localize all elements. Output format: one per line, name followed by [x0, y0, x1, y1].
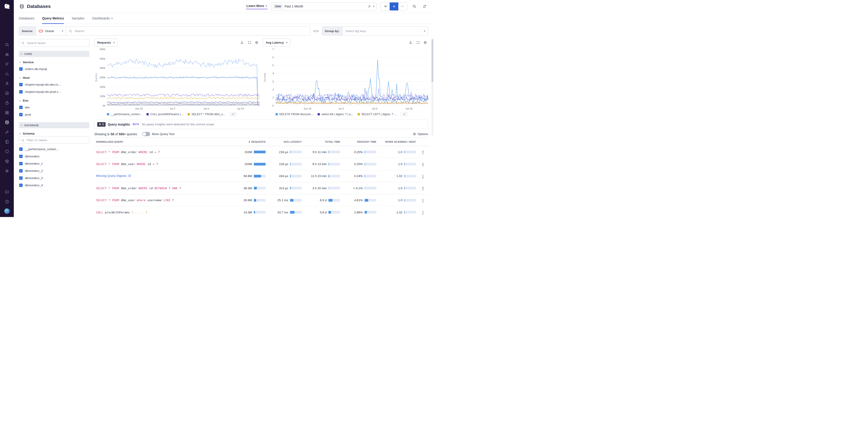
- facet-item[interactable]: ✓__performance_schem…: [19, 145, 89, 153]
- tab-databases[interactable]: Databases: [19, 13, 34, 24]
- logs-icon[interactable]: [4, 61, 10, 67]
- row-menu-button[interactable]: [422, 186, 424, 191]
- checkbox[interactable]: ✓: [19, 106, 23, 109]
- integrations-icon[interactable]: [4, 129, 10, 135]
- time-forward-button[interactable]: [398, 2, 407, 10]
- facet-env[interactable]: Env: [19, 99, 89, 102]
- facet-item[interactable]: ✓dbmorders_4: [19, 181, 89, 189]
- facet-search-input[interactable]: [27, 41, 87, 45]
- column-header-normalized-query[interactable]: NORMALIZED QUERY: [94, 138, 230, 146]
- zoom-out-button[interactable]: [411, 3, 418, 10]
- legend-item[interactable]: SELECT LEFT ( digest, ? …: [358, 113, 397, 116]
- fullscreen-icon[interactable]: [248, 41, 251, 44]
- chart-plot[interactable]: [276, 49, 428, 106]
- checkbox[interactable]: ✓: [19, 162, 23, 165]
- query-searchbox[interactable]: [66, 27, 310, 35]
- query-digest-link[interactable]: Missing Query Digests: [96, 174, 127, 177]
- column-header-rows-scanned-sent[interactable]: ROWS SCANNED / SENT: [378, 138, 418, 146]
- column-header-avg-latency[interactable]: AVG LATENCY: [268, 138, 304, 146]
- row-menu-button[interactable]: [422, 174, 424, 179]
- vertical-scrollbar[interactable]: [432, 38, 433, 135]
- facet-item[interactable]: ✓shopist-mysql-rds-prod.c…: [19, 88, 89, 95]
- options-button[interactable]: ⚙ Options: [413, 132, 428, 136]
- code-view-toggle[interactable]: </>: [313, 29, 319, 33]
- legend-item[interactable]: DELETE FROM discount…: [276, 113, 313, 116]
- facet-host[interactable]: Host: [19, 76, 89, 79]
- checkbox[interactable]: ✓: [19, 67, 23, 71]
- facet-item[interactable]: ✓orders-db-mysql: [19, 65, 89, 72]
- checkbox[interactable]: ✓: [19, 183, 23, 187]
- latency-chart-metric-select[interactable]: Avg Latency▾: [263, 39, 290, 46]
- time-range-picker[interactable]: 1mo Past 1 Month ▾: [271, 2, 377, 10]
- pause-button[interactable]: [390, 2, 398, 10]
- infrastructure-icon[interactable]: [4, 110, 10, 115]
- legend-overflow[interactable]: +7: [230, 112, 236, 116]
- legend-overflow[interactable]: +7: [401, 112, 407, 116]
- checkbox[interactable]: ✓: [19, 90, 23, 94]
- tab-samples[interactable]: Samples: [72, 13, 84, 24]
- row-menu-button[interactable]: [422, 162, 424, 167]
- facet-item[interactable]: ✓dev: [19, 104, 89, 111]
- query-cell[interactable]: CALL procWithParams ( . . . ): [94, 206, 230, 217]
- scrollbar-thumb[interactable]: [432, 39, 433, 82]
- facet-service[interactable]: Service: [19, 61, 89, 64]
- search-icon[interactable]: [4, 42, 10, 47]
- checkbox[interactable]: ✓: [19, 169, 23, 172]
- facet-item[interactable]: ✓dbmorders_2: [19, 167, 89, 174]
- export-icon[interactable]: [409, 41, 412, 44]
- legend-item[interactable]: SELECT * FROM dbm_u…: [188, 113, 225, 116]
- checkbox[interactable]: ✓: [19, 147, 23, 151]
- security-icon[interactable]: [4, 149, 10, 154]
- tab-query-metrics[interactable]: Query Metrics: [42, 13, 64, 24]
- help-icon[interactable]: ?: [4, 199, 10, 204]
- legend-item[interactable]: CALL procWithParams (…: [147, 113, 184, 116]
- learn-more-dropdown[interactable]: Learn More ▾: [246, 3, 268, 9]
- watchdog-icon[interactable]: [4, 52, 10, 57]
- gear-icon[interactable]: ⚙: [424, 41, 427, 44]
- checkbox[interactable]: ✓: [19, 113, 23, 116]
- facet-search[interactable]: [19, 39, 89, 47]
- facet-group-core[interactable]: CORE: [19, 51, 89, 57]
- column-header-percent-time[interactable]: PERCENT TIME: [342, 138, 378, 146]
- requests-chart-metric-select[interactable]: Requests▾: [94, 39, 118, 46]
- query-cell[interactable]: SELECT * FROM dbm_user where username LI…: [94, 194, 230, 206]
- facet-item[interactable]: ✓dbmorders: [19, 153, 89, 160]
- query-cell[interactable]: SELECT * FROM dbm_order WHERE id = ?: [94, 146, 230, 158]
- user-avatar[interactable]: [4, 208, 10, 214]
- search-input[interactable]: [74, 29, 307, 33]
- facet-item[interactable]: ✓shopist-mysql-rds-dev.cc…: [19, 81, 89, 88]
- facet-item[interactable]: ✓dbmorders_1: [19, 160, 89, 167]
- query-cell[interactable]: SELECT * FROM dbm_user WHERE id = ?: [94, 158, 230, 170]
- schema-filter[interactable]: [19, 137, 89, 144]
- pin-icon[interactable]: [368, 5, 371, 8]
- fullscreen-icon[interactable]: [416, 41, 420, 44]
- apm-icon[interactable]: [4, 100, 10, 106]
- group-by-input[interactable]: [345, 29, 422, 33]
- checkbox[interactable]: ✓: [19, 83, 23, 86]
- chart-plot[interactable]: [107, 49, 260, 106]
- support-icon[interactable]: [4, 190, 10, 195]
- row-menu-button[interactable]: [422, 150, 424, 155]
- tab-dashboards[interactable]: Dashboards▾: [92, 13, 113, 24]
- export-icon[interactable]: [240, 41, 244, 44]
- query-cell[interactable]: Missing Query Digests: [94, 170, 230, 182]
- legend-item[interactable]: __performance_schem…: [107, 113, 143, 116]
- settings-icon[interactable]: [4, 168, 10, 174]
- query-cell[interactable]: SELECT * FROM dbm_order WHERE id BETWEEN…: [94, 182, 230, 194]
- datadog-logo[interactable]: [3, 3, 11, 11]
- notebooks-icon[interactable]: [4, 139, 10, 144]
- gear-icon[interactable]: ⚙: [255, 41, 258, 44]
- source-select[interactable]: Oracle ▾: [36, 27, 66, 35]
- facet-item[interactable]: ✓dbmorders_3: [19, 174, 89, 181]
- delivery-icon[interactable]: [4, 159, 10, 164]
- synthetics-icon[interactable]: [4, 91, 10, 96]
- time-backward-button[interactable]: [381, 2, 390, 10]
- row-menu-button[interactable]: [422, 198, 424, 203]
- group-by-inputbox[interactable]: ▾: [342, 27, 428, 35]
- legend-item[interactable]: select left ( digest, ? ) a…: [318, 113, 353, 116]
- facet-schema[interactable]: Schema: [19, 132, 89, 135]
- column-header-total-time[interactable]: TOTAL TIME: [304, 138, 342, 146]
- databases-icon[interactable]: [4, 120, 10, 125]
- refresh-button[interactable]: [421, 3, 428, 10]
- checkbox[interactable]: ✓: [19, 176, 23, 180]
